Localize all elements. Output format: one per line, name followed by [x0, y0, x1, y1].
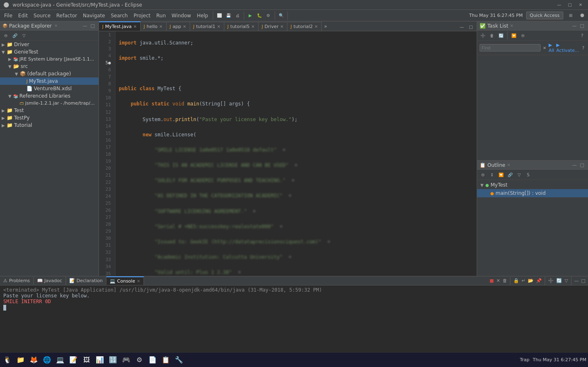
code-editor[interactable]: 1 2 3 4 5● 6 7 8 9 10 11 12 13 14 15 16 — [99, 31, 477, 276]
menu-source[interactable]: Source — [31, 12, 53, 19]
menu-search[interactable]: Search — [108, 12, 130, 19]
outline-max[interactable]: □ — [579, 162, 586, 168]
all-button[interactable]: ▶ All — [548, 42, 555, 53]
taskbar-libreoffice[interactable]: 📊 — [94, 354, 106, 366]
tree-item-default-pkg[interactable]: ▼ 📦 (default package) — [0, 70, 99, 77]
tree-item-tutorial[interactable]: ▶ 📁 Tutorial — [0, 122, 99, 129]
quick-access-button[interactable]: Quick Access — [526, 12, 563, 19]
tab-close-tutorial1[interactable]: ✕ — [217, 24, 220, 29]
console-word-wrap[interactable]: ↵ — [521, 277, 526, 284]
toolbar-search[interactable]: 🔍 — [277, 12, 285, 20]
console-new-console[interactable]: ➕ — [547, 277, 555, 284]
tasklist-max[interactable]: □ — [579, 23, 586, 29]
collapse-all-button[interactable]: ⊖ — [2, 31, 10, 40]
minimize-button[interactable]: — — [555, 1, 563, 9]
toolbar-run[interactable]: ▶ — [246, 12, 254, 20]
outline-collapse[interactable]: ⊖ — [479, 171, 487, 179]
menu-refactor[interactable]: Refactor — [54, 12, 80, 19]
tab-console[interactable]: 💻 Console ✕ — [106, 276, 144, 285]
outline-min[interactable]: — — [571, 162, 578, 168]
console-scroll-lock[interactable]: 🔒 — [513, 277, 520, 284]
task-find-input[interactable] — [480, 44, 541, 51]
console-switch[interactable]: 🔄 — [555, 277, 563, 284]
tree-item-genietest[interactable]: ▼ 📁 GenieTest — [0, 48, 99, 56]
view-menu-button[interactable]: ▽ — [20, 31, 28, 40]
task-new[interactable]: ➕ — [479, 31, 487, 40]
console-output[interactable]: <terminated> MyTest [Java Application] /… — [0, 285, 588, 352]
outline-filter[interactable]: 🔽 — [497, 171, 505, 179]
tab-javadoc[interactable]: 📖 Javadoc — [34, 277, 66, 285]
tab-close-mytest[interactable]: ✕ — [133, 24, 136, 29]
taskbar-pdf[interactable]: 📋 — [160, 354, 172, 366]
tab-tutorial2[interactable]: J tutorial2 ✕ — [287, 22, 322, 31]
code-content[interactable]: import java.util.Scanner; import smile.*… — [115, 31, 477, 276]
outline-hide-fields[interactable]: ▽ — [515, 171, 523, 179]
tab-overflow[interactable]: » — [322, 22, 329, 31]
menu-edit[interactable]: Edit — [16, 12, 30, 19]
tab-close-tutorial2[interactable]: ✕ — [315, 24, 318, 29]
tab-close-driver[interactable]: ✕ — [280, 24, 283, 29]
tree-item-src[interactable]: ▼ 📂 src — [0, 63, 99, 70]
panel-minimize[interactable]: — — [82, 23, 89, 29]
taskbar-game[interactable]: 🎮 — [120, 354, 132, 366]
tab-close-hello[interactable]: ✕ — [159, 24, 162, 29]
menu-project[interactable]: Project — [131, 12, 153, 19]
console-terminate[interactable]: ■ — [489, 277, 494, 284]
menu-window[interactable]: Window — [169, 12, 193, 19]
taskbar-tools[interactable]: 🔧 — [173, 354, 185, 366]
tab-close-tutorial5[interactable]: ✕ — [251, 24, 254, 29]
toolbar-save[interactable]: 💾 — [224, 12, 233, 20]
menu-navigate[interactable]: Navigate — [80, 12, 108, 19]
toolbar-new[interactable]: ⬜ — [215, 12, 223, 20]
activate-button[interactable]: ▶ Activate... — [556, 42, 579, 53]
menu-help[interactable]: Help — [194, 12, 210, 19]
console-close[interactable]: ✕ — [137, 279, 140, 283]
taskbar-chrome[interactable]: 🌐 — [41, 354, 53, 366]
editor-max-button[interactable]: □ — [467, 23, 475, 31]
toolbar-build[interactable]: ⚙ — [264, 12, 273, 20]
outline-link[interactable]: 🔗 — [506, 171, 514, 179]
tab-app[interactable]: J app ✕ — [167, 22, 190, 31]
tree-item-venturebn[interactable]: 📄 VentureBN.xdsl — [0, 85, 99, 92]
menu-file[interactable]: File — [2, 12, 15, 19]
outline-sort[interactable]: ↕ — [488, 171, 496, 179]
tab-mytest[interactable]: J MyTest.java ✕ — [99, 21, 141, 31]
toolbar-print[interactable]: 🖨 — [233, 12, 242, 20]
tree-item-test[interactable]: ▶ 📁 Test — [0, 107, 99, 114]
tab-tutorial5[interactable]: J tutorial5 ✕ — [224, 22, 259, 31]
perspectives-button[interactable]: ⊞ — [567, 12, 575, 20]
tree-item-jsmile[interactable]: 🗃 jsmile-1.2.1.jar - /home/trap/... — [0, 100, 99, 107]
task-delete[interactable]: 🗑 — [488, 31, 496, 40]
tree-item-jre[interactable]: ▶ 📚 JRE System Library [JavaSE-1.1... — [0, 56, 99, 63]
taskbar-text[interactable]: 📝 — [68, 354, 79, 366]
tree-item-driver[interactable]: ▶ 📁 Driver — [0, 41, 99, 48]
tree-item-reflibrary[interactable]: ▼ 📚 Referenced Libraries — [0, 92, 99, 100]
tab-driver[interactable]: J Driver ✕ — [259, 22, 287, 31]
outline-hide-static[interactable]: S — [524, 171, 532, 179]
task-help2[interactable]: ? — [581, 44, 586, 52]
toolbar-debug[interactable]: 🐛 — [255, 12, 263, 20]
outline-item-mytest[interactable]: ▼ ● MyTest — [477, 181, 588, 189]
console-pin[interactable]: 📌 — [535, 277, 543, 284]
outline-item-main[interactable]: ● main(String[]) : void — [477, 189, 588, 197]
find-clear-button[interactable]: ✕ — [542, 44, 547, 52]
task-collapse[interactable]: ⊖ — [519, 31, 527, 40]
taskbar-firefox[interactable]: 🦊 — [28, 354, 40, 366]
console-clear[interactable]: 🗑 — [502, 277, 508, 284]
editor-min-button[interactable]: — — [458, 23, 466, 31]
menu-run[interactable]: Run — [154, 12, 168, 19]
taskbar-calc[interactable]: 🔢 — [107, 354, 119, 366]
taskbar-image[interactable]: 🖼 — [81, 354, 92, 366]
task-refresh[interactable]: 🔄 — [497, 31, 505, 40]
tree-item-mytest[interactable]: J MyTest.java — [0, 77, 99, 85]
tab-problems[interactable]: ⚠ Problems — [0, 277, 34, 285]
taskbar-settings[interactable]: ⚙ — [134, 354, 145, 366]
console-max[interactable]: □ — [581, 277, 586, 284]
link-editor-button[interactable]: 🔗 — [11, 31, 19, 40]
maximize-button[interactable]: □ — [566, 1, 574, 9]
tab-declaration[interactable]: 📝 Declaration — [66, 277, 106, 285]
task-help[interactable]: ? — [578, 31, 586, 40]
panel-maximize[interactable]: □ — [89, 23, 96, 29]
tab-close-app[interactable]: ✕ — [183, 24, 186, 29]
taskbar-files[interactable]: 📁 — [15, 354, 26, 366]
